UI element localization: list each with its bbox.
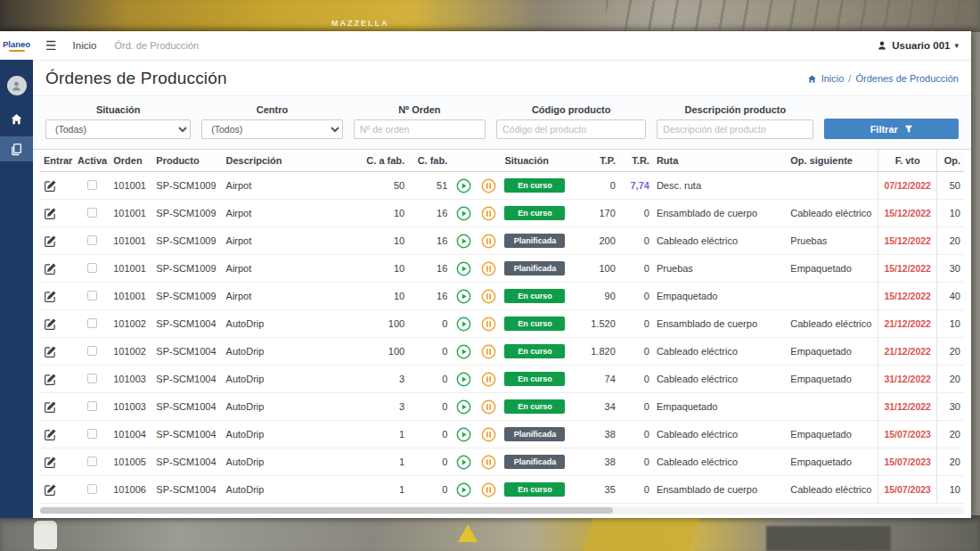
orden-input[interactable] [354,119,486,139]
edit-order-button[interactable] [44,234,57,248]
cell-c_a_fab: 100 [356,310,408,338]
edit-order-button[interactable] [44,400,57,414]
horizontal-scrollbar[interactable] [40,506,964,514]
play-button[interactable] [456,289,471,304]
cell-play [451,283,476,310]
cell-ruta: Ensamblado de cuerpo [653,476,787,504]
pause-button[interactable] [481,455,496,470]
edit-order-button[interactable] [44,428,57,441]
breadcrumb-home-link[interactable]: Inicio [821,73,845,84]
edit-order-button[interactable] [44,262,57,276]
orders-table-wrap: EntrarActivaOrdenProductoDescripciónC. a… [33,150,971,506]
play-button[interactable] [456,482,471,498]
cell-c_fab: 0 [408,310,451,338]
activa-checkbox[interactable] [87,318,97,328]
column-header-activa[interactable]: Activa [74,150,110,172]
column-header-f_vto[interactable]: F. vto [878,150,937,172]
column-header-tp[interactable]: T.P. [576,150,619,172]
column-header-ruta[interactable]: Ruta [653,150,787,172]
home-breadcrumb-icon [807,74,817,84]
topnav-ordenes[interactable]: Órd. de Producción [114,40,199,51]
edit-order-button[interactable] [44,483,57,497]
activa-checkbox[interactable] [87,374,97,383]
column-header-orden[interactable]: Orden [110,150,152,172]
order-row: 101004SP-SCM1004AutoDrip10Planificada380… [40,421,964,448]
cell-producto: SP-SCM1004 [152,338,222,366]
play-button[interactable] [456,372,471,387]
edit-order-button[interactable] [44,373,57,386]
cell-c_fab: 51 [408,172,451,200]
edit-order-button[interactable] [44,179,57,193]
user-menu[interactable]: Usuario 001 ▾ [877,40,959,51]
app-logo[interactable]: Planeo [0,31,33,60]
cell-tp: 200 [576,227,619,255]
cell-activa [74,393,110,421]
column-header-producto[interactable]: Producto [152,150,222,172]
activa-checkbox[interactable] [87,401,97,411]
pause-button[interactable] [481,399,496,415]
play-button[interactable] [456,455,471,470]
play-button[interactable] [456,178,471,193]
column-header-c_fab[interactable]: C. fab. [408,150,451,172]
cell-entrar [40,448,74,476]
pause-button[interactable] [481,482,496,498]
play-button[interactable] [456,261,471,276]
activa-checkbox[interactable] [87,180,97,190]
activa-checkbox[interactable] [87,429,97,439]
sidebar-item-home[interactable] [0,106,33,131]
activa-checkbox[interactable] [87,263,97,273]
column-header-entrar[interactable]: Entrar [40,150,74,172]
column-header-tr[interactable]: T.R. [619,150,653,172]
centro-select[interactable]: (Todos) [201,119,342,139]
pause-button[interactable] [481,206,496,221]
breadcrumb-current[interactable]: Órdenes de Producción [855,73,959,84]
pause-button[interactable] [481,234,496,249]
edit-order-button[interactable] [44,317,57,331]
codigo-producto-input[interactable] [496,119,646,139]
pause-button[interactable] [481,427,496,442]
cell-op_siguiente: Empaquetado [787,366,878,393]
activa-checkbox[interactable] [87,456,97,466]
filtrar-label: Filtrar [870,124,898,135]
play-button[interactable] [456,206,471,221]
menu-icon[interactable]: ☰ [45,38,57,53]
activa-checkbox[interactable] [87,208,97,218]
cell-c_a_fab: 10 [356,255,408,283]
edit-order-button[interactable] [44,345,57,358]
activa-checkbox[interactable] [87,235,97,245]
pause-button[interactable] [481,372,496,387]
play-button[interactable] [456,427,471,442]
status-badge: En curso [504,206,565,220]
sidebar-item-production-orders[interactable] [0,136,33,161]
edit-order-button[interactable] [44,456,57,469]
filtrar-button[interactable]: Filtrar [824,119,959,139]
play-button[interactable] [456,399,471,415]
cell-entrar [40,200,74,227]
scrollbar-thumb[interactable] [40,507,613,514]
edit-order-button[interactable] [44,290,57,303]
pause-button[interactable] [481,317,496,332]
play-button[interactable] [456,234,471,249]
cell-play [451,393,476,421]
topnav-inicio[interactable]: Inicio [73,40,97,51]
pause-button[interactable] [481,289,496,304]
column-header-descripcion[interactable]: Descripción [223,150,356,172]
descripcion-producto-input[interactable] [657,119,813,139]
pause-button[interactable] [481,261,496,276]
column-header-op[interactable]: Op. [937,150,964,172]
activa-checkbox[interactable] [87,346,97,356]
activa-checkbox[interactable] [87,484,97,494]
cell-c_a_fab: 3 [356,393,408,421]
activa-checkbox[interactable] [87,291,97,300]
sidebar-avatar[interactable] [7,76,27,95]
play-button[interactable] [456,317,471,332]
situacion-select[interactable]: (Todas) [45,119,191,139]
pause-button[interactable] [481,344,496,359]
column-header-situacion[interactable]: Situación [501,150,576,172]
pause-button[interactable] [481,178,496,193]
column-header-c_a_fab[interactable]: C. a fab. [356,150,408,172]
column-header-op_siguiente[interactable]: Op. siguiente [787,150,878,172]
edit-order-button[interactable] [44,207,57,220]
play-button[interactable] [456,344,471,359]
cell-descripcion: AutoDrip [223,393,356,421]
